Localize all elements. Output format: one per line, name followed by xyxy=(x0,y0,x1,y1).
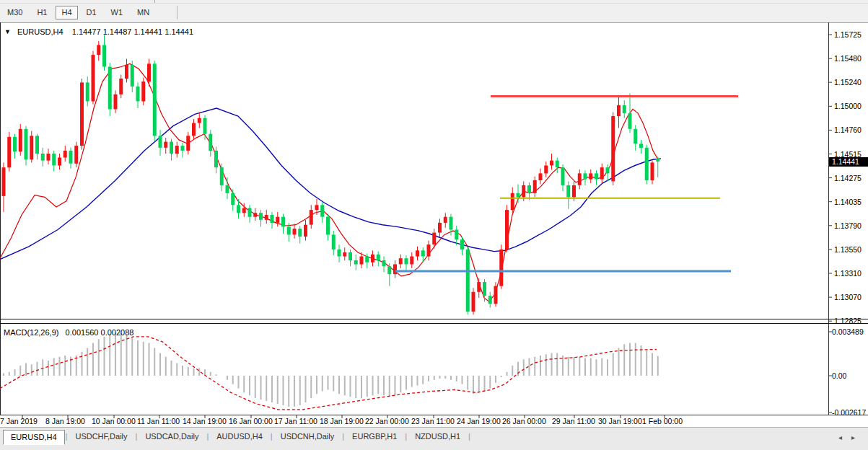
chart-tab-audusd-h4[interactable]: AUDUSD,H4 xyxy=(209,430,270,444)
toolbar-divider xyxy=(154,0,155,3)
price-axis-label: 1.14515 xyxy=(834,150,862,159)
timeframe-button-H1[interactable]: H1 xyxy=(31,6,53,19)
timeframe-button-MN[interactable]: MN xyxy=(131,6,155,19)
chart-tab-eurusd-h4[interactable]: EURUSD,H4 xyxy=(3,430,65,445)
chart-tab-bar: EURUSD,H4|USDCHF,Daily|USDCAD,Daily|AUDU… xyxy=(0,427,868,450)
price-axis-label: 1.14035 xyxy=(834,198,862,206)
toolbar-divider xyxy=(177,6,177,19)
price-axis-label: 1.15240 xyxy=(834,78,862,87)
chart-symbol-period: EURUSD,H4 xyxy=(17,27,63,36)
macd-histogram xyxy=(4,333,658,407)
price-axis-label: 1.15725 xyxy=(834,30,862,39)
symbol-dropdown-icon[interactable]: ▼ xyxy=(4,28,11,35)
timeframe-button-M30[interactable]: M30 xyxy=(1,6,28,19)
macd-axis-label: -0.002617 xyxy=(832,408,866,417)
chart-tab-usdcnh-daily[interactable]: USDCNH,Daily xyxy=(273,430,342,444)
fast-ma-line xyxy=(0,63,658,301)
chart-title: ▼ EURUSD,H4 1.14477 1.14487 1.14441 1.14… xyxy=(4,27,193,36)
time-axis-label: 30 Jan 19:00 xyxy=(598,417,642,425)
time-axis-label: 10 Jan 00:00 xyxy=(92,417,136,425)
chart-ohlc-values: 1.14477 1.14487 1.14441 1.14441 xyxy=(72,27,193,36)
time-axis-label: 14 Jan 19:00 xyxy=(183,417,227,425)
timeframe-button-D1[interactable]: D1 xyxy=(81,6,102,19)
price-axis-label: 1.14275 xyxy=(834,174,862,182)
time-axis-label: 24 Jan 19:00 xyxy=(457,417,501,425)
tab-scroll-left-button[interactable]: ◂ xyxy=(838,433,842,441)
price-axis-label: 1.13550 xyxy=(834,245,862,254)
time-axis-label: 17 Jan 11:00 xyxy=(274,417,317,425)
chart-tabs: EURUSD,H4|USDCHF,Daily|USDCAD,Daily|AUDU… xyxy=(3,430,471,446)
time-axis-label: 22 Jan 00:00 xyxy=(365,417,409,425)
chart-tab-usdcad-daily[interactable]: USDCAD,Daily xyxy=(138,430,206,444)
mt4-window: { "toolbar": { "timeframes": [ {"label":… xyxy=(0,0,868,450)
time-axis-label: 29 Jan 11:00 xyxy=(552,417,595,425)
chart-tab-nzdusd-h1[interactable]: NZDUSD,H1 xyxy=(408,430,468,444)
macd-indicator-label: MACD(12,26,9) 0.001560 0.002088 xyxy=(4,328,133,337)
time-axis-label: 11 Jan 11:00 xyxy=(137,417,180,425)
chart-tab-usdchf-daily[interactable]: USDCHF,Daily xyxy=(68,430,134,444)
price-axis-label: 1.13070 xyxy=(834,293,862,301)
time-axis-label: 1 Feb 00:00 xyxy=(642,417,683,425)
chart-tab-eurgbp-h1[interactable]: EURGBP,H1 xyxy=(345,430,404,444)
price-axis-label: 1.12825 xyxy=(834,317,862,325)
macd-current-values: 0.001560 0.002088 xyxy=(66,328,134,337)
price-axis-label: 1.13790 xyxy=(834,221,862,230)
time-axis-label: 8 Jan 19:00 xyxy=(45,417,85,425)
time-axis-label: 26 Jan 00:00 xyxy=(502,417,546,425)
macd-axis-label: 0.003489 xyxy=(832,327,864,336)
price-axis-label: 1.15000 xyxy=(834,102,862,110)
time-axis-label: 16 Jan 00:00 xyxy=(229,417,273,425)
time-axis-label: 23 Jan 11:00 xyxy=(411,417,455,425)
price-axis-label: 1.14760 xyxy=(834,125,862,134)
macd-axis-label: 0.00 xyxy=(832,371,846,380)
chart-area: ▼ EURUSD,H4 1.14477 1.14487 1.14441 1.14… xyxy=(0,22,868,427)
timeframe-button-H4[interactable]: H4 xyxy=(56,6,77,19)
timeframe-toolbar: M30H1H4D1W1MN xyxy=(0,4,868,23)
price-axis-label: 1.13310 xyxy=(834,269,862,278)
timeframe-button-W1[interactable]: W1 xyxy=(105,6,129,19)
chart-canvas[interactable] xyxy=(0,22,868,427)
price-axis-label: 1.15480 xyxy=(834,54,862,63)
time-axis-label: 7 Jan 2019 xyxy=(0,417,38,425)
time-axis-label: 18 Jan 19:00 xyxy=(320,417,364,425)
tab-scroll-right-button[interactable]: ▸ xyxy=(851,433,855,441)
candlestick-series xyxy=(2,35,660,315)
current-price-badge: 1.14441 xyxy=(829,157,868,167)
tab-separator: | xyxy=(468,430,471,443)
